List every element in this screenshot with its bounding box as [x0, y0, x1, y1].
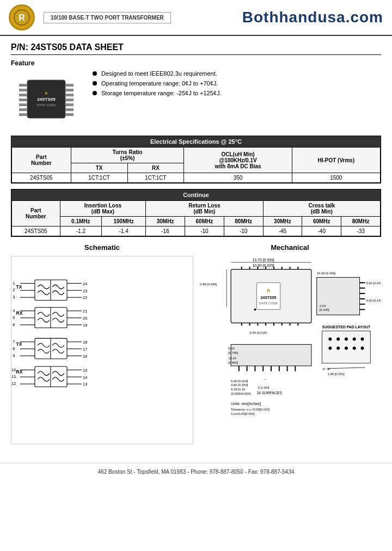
- svg-rect-4: [19, 89, 27, 91]
- svg-text:10: 10: [11, 368, 16, 372]
- col-100mhz: 100MHz: [102, 217, 146, 226]
- footer: 462 Boston St - Topsfield, MA 01983 - Ph…: [0, 463, 392, 480]
- col-rl-80mhz: 80MHz: [224, 217, 263, 226]
- svg-text:6: 6: [13, 322, 15, 327]
- svg-text:6.60: 6.60: [228, 347, 235, 350]
- header: R 10/100 BASE-T TWO PORT TRANSFORMER Bot…: [0, 0, 392, 36]
- feature-item-3: Storage temperature range: -25¢J to +125…: [93, 90, 221, 96]
- svg-text:24STS05: 24STS05: [261, 296, 277, 299]
- col-ct-30mhz: 30MHz: [263, 217, 302, 226]
- feature-section: Feature: [11, 59, 381, 129]
- svg-text:3: 3: [13, 295, 15, 299]
- svg-point-90: [254, 309, 256, 311]
- svg-text:17: 17: [83, 347, 87, 352]
- svg-text:0.1/.004: 0.1/.004: [258, 386, 270, 389]
- svg-text:5.40 [0.218]: 5.40 [0.218]: [231, 379, 248, 383]
- table2-header: Continue: [11, 189, 381, 200]
- svg-text:2: 2: [13, 287, 15, 292]
- svg-text:16: 16: [83, 354, 87, 359]
- svg-rect-12: [65, 94, 74, 96]
- cell-ct-30: -45: [263, 226, 302, 236]
- svg-text:13.70 [0.539]: 13.70 [0.539]: [253, 258, 274, 262]
- svg-text:[0.600]: [0.600]: [228, 361, 238, 364]
- cell-ct-60: -40: [302, 226, 341, 236]
- svg-text:0°~8°: 0°~8°: [323, 368, 331, 371]
- table1-col-turns: Turns Ratio(±5%): [71, 148, 184, 163]
- svg-text:18: 18: [83, 340, 87, 345]
- col-rl-30mhz: 30MHz: [146, 217, 185, 226]
- schematic-col: Schematic TX 1 2 3 4 5 6: [11, 243, 193, 445]
- svg-text:7: 7: [13, 339, 15, 344]
- table1-header: Electrical Specifications @ 25°C: [11, 136, 381, 147]
- table1-col-ocl: OCL(uH Min)@100KHz/0.1Vwith 8mA DC Bias: [184, 148, 292, 173]
- svg-text:0.25±0.10: 0.25±0.10: [231, 388, 246, 391]
- table2-col-ct: Cross talk(dB Min): [263, 201, 380, 217]
- cell-rx: 1CT:1CT: [127, 173, 184, 183]
- svg-text:24: 24: [83, 281, 87, 286]
- svg-text:2.54: 2.54: [320, 304, 326, 308]
- svg-text:0.60 [0.024]: 0.60 [0.024]: [366, 281, 381, 285]
- svg-text:0.xx±0.05[0.002]: 0.xx±0.05[0.002]: [231, 412, 255, 415]
- svg-rect-14: [65, 103, 74, 106]
- svg-point-126: [361, 338, 364, 341]
- svg-point-124: [345, 338, 348, 341]
- table1-col-part: PartNumber: [12, 148, 71, 173]
- svg-rect-5: [19, 94, 27, 96]
- svg-line-133: [327, 368, 365, 369]
- svg-text:DATE CODE: DATE CODE: [37, 103, 56, 107]
- electrical-spec-table: Electrical Specifications @ 25°C PartNum…: [11, 136, 381, 183]
- feature-list: Designed to meet IEEE802.3u requirement.…: [93, 59, 221, 100]
- feature-item-2: Operating temperature range: 0¢J to +70¢…: [93, 80, 221, 87]
- continue-table: Continue PartNumber Insertion Loss(dB Ma…: [11, 189, 381, 237]
- svg-point-122: [328, 338, 332, 341]
- svg-rect-15: [65, 108, 74, 111]
- svg-text:24 SURFACES: 24 SURFACES: [256, 391, 282, 395]
- svg-text:DATE CODE: DATE CODE: [259, 302, 278, 305]
- svg-text:21: 21: [83, 309, 87, 314]
- svg-point-129: [345, 347, 348, 350]
- svg-text:0.40 [0.016]: 0.40 [0.016]: [250, 331, 267, 334]
- bullet-icon: [93, 71, 97, 76]
- svg-text:3.60 [0.150]: 3.60 [0.150]: [231, 383, 248, 387]
- svg-text:RX: RX: [16, 310, 23, 316]
- svg-text:[0.100]: [0.100]: [320, 308, 329, 311]
- svg-text:(0.008±0.004): (0.008±0.004): [231, 392, 251, 395]
- svg-rect-16: [65, 113, 74, 116]
- svg-text:⌒: ⌒: [263, 379, 267, 383]
- mechanical-col: Mechanical 13.70 [0.539] 10.80 [0.429] 0…: [199, 243, 381, 445]
- table-row: 24STS05 -1.2 -1.4 -16 -10 -10 -45 -40 -3…: [12, 226, 381, 236]
- svg-text:10.09 [0.429]: 10.09 [0.429]: [317, 272, 336, 275]
- svg-rect-13: [65, 99, 74, 101]
- svg-point-128: [336, 347, 340, 350]
- svg-point-130: [353, 347, 356, 350]
- table2-col-part: PartNumber: [12, 201, 60, 226]
- table2-col-il: Insertion Loss(dB Max): [60, 201, 146, 217]
- col-ct-60mhz: 60MHz: [302, 217, 341, 226]
- cell-il-100: -1.4: [102, 226, 146, 236]
- table1-col-rx: RX: [127, 163, 184, 173]
- cell-part2: 24STS05: [12, 226, 60, 236]
- svg-text:1: 1: [13, 281, 15, 286]
- svg-rect-135: [231, 345, 311, 366]
- svg-text:TX: TX: [16, 341, 22, 347]
- table1-col-tx: TX: [71, 163, 127, 173]
- svg-text:15: 15: [83, 368, 87, 373]
- col-01mhz: 0.1MHz: [60, 217, 101, 226]
- cell-ct-80: -33: [341, 226, 381, 236]
- svg-text:1.90 [0.051]: 1.90 [0.051]: [327, 372, 345, 376]
- page-title: P/N: 24STS05 DATA SHEET: [11, 42, 381, 55]
- col-rl-60mhz: 60MHz: [185, 217, 224, 226]
- table1-col-hipot: HI-POT (Vrms): [292, 148, 380, 173]
- svg-text:4: 4: [13, 308, 15, 313]
- svg-rect-3: [19, 84, 27, 87]
- svg-text:15.24: 15.24: [228, 357, 236, 360]
- cell-tx: 1CT:1CT: [71, 173, 127, 183]
- svg-text:12: 12: [11, 381, 16, 386]
- table-row: 24STS05 1CT:1CT 1CT:1CT 350 1500: [12, 173, 381, 183]
- svg-text:14: 14: [83, 375, 87, 380]
- svg-text:R: R: [45, 91, 47, 95]
- cell-ocl: 350: [184, 173, 292, 183]
- mechanical-label: Mechanical: [199, 243, 381, 252]
- svg-rect-11: [65, 89, 74, 91]
- svg-text:23: 23: [83, 289, 87, 293]
